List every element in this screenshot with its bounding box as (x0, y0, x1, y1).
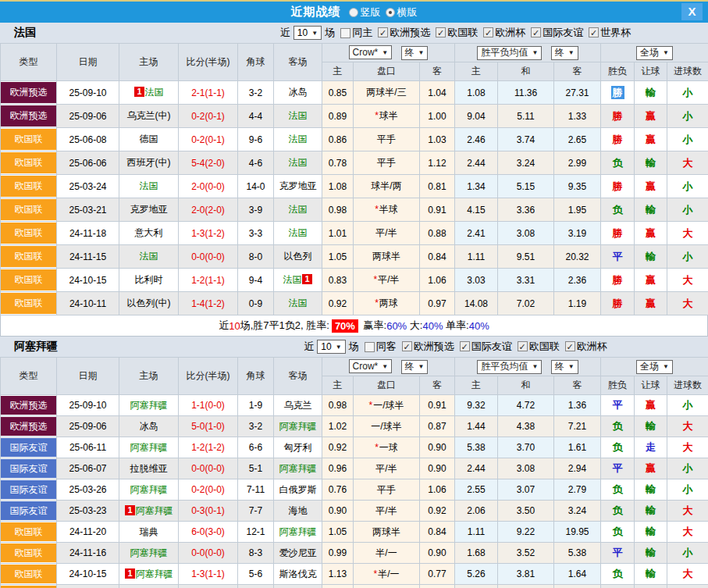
avg-time-select[interactable]: 终▼ (551, 46, 578, 60)
scope-select[interactable]: 全场▼ (636, 360, 673, 374)
avg-time-select[interactable]: 终▼ (551, 360, 578, 374)
chevron-down-icon: ▼ (382, 49, 388, 56)
team-name: 爱沙尼亚 (279, 547, 317, 558)
competition-type-badge: 欧洲预选 (1, 82, 56, 103)
radio-vertical-layout[interactable] (349, 8, 358, 17)
cell-result: 勝 (601, 105, 635, 128)
cell-result: 负 (601, 585, 635, 588)
cell-handicap-result: 走 (635, 437, 667, 458)
cell-handicap-result: 輸 (635, 416, 667, 437)
cell-result: 负 (601, 522, 635, 543)
league-filter[interactable]: ✓欧洲杯 (560, 340, 607, 352)
subcol-header: 胜负 (601, 376, 635, 395)
league-filter-label[interactable]: 欧国联 (447, 27, 478, 38)
odds-time-select[interactable]: 终▼ (401, 360, 429, 374)
cell-avg-away: 1.19 (554, 292, 601, 315)
summary-stat-label: 单率: (443, 319, 468, 333)
cell-handicap-result: 輸 (635, 585, 667, 588)
cell-away: 阿塞拜疆 (274, 522, 322, 543)
league-filter-label[interactable]: 欧国联 (529, 340, 560, 352)
select-label: 胜平负均值 (481, 46, 528, 59)
odds-time-select[interactable]: 终▼ (401, 46, 429, 60)
league-filter[interactable]: ✓国际友谊 (454, 340, 512, 352)
league-filter-label[interactable]: 国际友谊 (471, 340, 512, 352)
league-filter-label[interactable]: 国际友谊 (543, 27, 583, 38)
home-rank-badge: 1 (134, 87, 144, 97)
league-filter[interactable]: ✓世界杯 (583, 27, 631, 38)
team-name: 法国 (289, 298, 308, 308)
same-venue-checkbox[interactable] (365, 342, 375, 352)
checkbox-checked-icon[interactable]: ✓ (436, 27, 446, 37)
cell-avg-home: 5.26 (455, 564, 498, 585)
league-filter[interactable]: ✓欧洲预选 (372, 27, 430, 38)
handicap-result-value: 輸 (646, 420, 656, 432)
checkbox-checked-icon[interactable]: ✓ (531, 27, 541, 37)
avg-type-select[interactable]: 胜平负均值▼ (477, 46, 542, 60)
league-filter-label[interactable]: 欧洲预选 (414, 340, 454, 352)
league-filter[interactable]: ✓欧洲杯 (478, 27, 525, 38)
checkbox-checked-icon[interactable]: ✓ (460, 341, 470, 351)
odds-company-select[interactable]: Crow*▼ (349, 359, 393, 373)
league-filter-label[interactable]: 欧洲杯 (577, 340, 607, 352)
chevron-down-icon: ▼ (311, 30, 318, 37)
competition-type-badge: 欧国联 (1, 223, 56, 244)
handicap-text: 平/半 (375, 227, 397, 238)
handicap-result-value: 贏 (646, 180, 656, 192)
league-filter[interactable]: ✓国际友谊 (525, 27, 583, 38)
table-body: 欧洲预选25-09-10阿塞拜疆1-1(0-0)1-9乌克兰0.98*一/球半0… (1, 395, 708, 588)
radio-horizontal-layout[interactable] (386, 8, 395, 17)
team-name: 白俄罗斯 (279, 484, 317, 495)
avg-type-select[interactable]: 胜平负均值▼ (477, 360, 542, 374)
radio-horizontal-label[interactable]: 横版 (397, 5, 418, 20)
league-filter[interactable]: ✓欧洲预选 (397, 340, 454, 352)
result-value: 平 (613, 462, 623, 474)
table-row: 欧洲预选25-09-101法国2-1(1-1)3-2冰岛0.85两球半/三1.0… (1, 81, 708, 105)
subcol-header: 主 (455, 62, 498, 81)
checkbox-checked-icon[interactable]: ✓ (565, 341, 575, 351)
cell-corners: 9-4 (238, 269, 274, 292)
cell-goals-result: 大 (667, 585, 708, 588)
league-filter-label[interactable]: 欧洲杯 (495, 27, 525, 38)
table-row: 欧国联24-11-15法国0-0(0-0)8-0以色列1.05两球半0.841.… (1, 245, 708, 269)
cell-handicap: 平手 (354, 128, 420, 151)
close-button[interactable]: X (681, 3, 703, 20)
radio-vertical-label[interactable]: 竖版 (361, 5, 381, 20)
league-filter-label[interactable]: 世界杯 (600, 27, 631, 38)
cell-home: 法国 (119, 245, 179, 269)
select-label: 终 (555, 46, 564, 59)
summary-row: 近10场,胜7平1负2, 胜率:70% 赢率:60% 大:40% 单率:40% (0, 315, 708, 337)
league-filter-label[interactable]: 欧洲预选 (390, 27, 430, 38)
same-venue-label[interactable]: 同主 (352, 26, 372, 40)
cell-handicap-result: 贏 (635, 105, 667, 128)
cell-odds-home: 0.85 (322, 81, 354, 105)
match-count-select[interactable]: 10▼ (294, 26, 322, 40)
handicap-text: 两球 (379, 298, 398, 308)
checkbox-checked-icon[interactable]: ✓ (589, 27, 599, 37)
result-value: 负 (613, 157, 623, 169)
cell-home: 意大利 (119, 222, 179, 245)
checkbox-checked-icon[interactable]: ✓ (402, 341, 412, 351)
same-venue-label[interactable]: 同客 (376, 340, 397, 354)
summary-record: 场,胜7平1负2, 胜率: (240, 319, 329, 333)
odds-company-select[interactable]: Crow*▼ (349, 45, 393, 59)
checkbox-checked-icon[interactable]: ✓ (518, 341, 528, 351)
competition-type-badge: 国际友谊 (1, 438, 56, 457)
league-filter[interactable]: ✓欧国联 (512, 340, 560, 352)
subcol-header: 主 (455, 376, 498, 395)
cell-type: 欧国联 (1, 222, 57, 245)
cell-handicap: 平/半 (354, 458, 420, 479)
checkbox-checked-icon[interactable]: ✓ (378, 27, 388, 37)
table-row: 欧洲预选25-09-10阿塞拜疆1-1(0-0)1-9乌克兰0.98*一/球半0… (1, 395, 708, 416)
layout-radio-group: 竖版 横版 (344, 5, 418, 20)
team-name: 法国 (289, 110, 308, 121)
league-filter[interactable]: ✓欧国联 (430, 27, 478, 38)
same-venue-checkbox[interactable] (340, 28, 350, 38)
scope-select[interactable]: 全场▼ (636, 46, 673, 60)
cell-away: 阿塞拜疆 (274, 416, 322, 437)
match-count-select[interactable]: 10▼ (317, 340, 345, 354)
cell-handicap-result: 輸 (635, 151, 667, 175)
cell-type: 欧国联 (1, 543, 57, 564)
checkbox-checked-icon[interactable]: ✓ (483, 27, 493, 37)
cell-score: 1-3(1-2) (179, 222, 238, 245)
cell-result: 平 (601, 245, 635, 269)
